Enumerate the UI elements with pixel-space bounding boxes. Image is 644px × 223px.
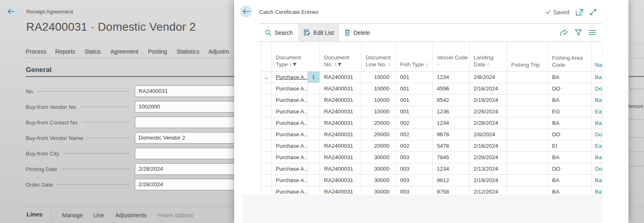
row-options-cell[interactable]: ⋮ bbox=[308, 72, 320, 83]
row-select-indicator[interactable] bbox=[261, 95, 272, 106]
cell-fish_type[interactable]: 002 bbox=[396, 117, 433, 129]
share-icon[interactable] bbox=[560, 29, 568, 36]
header-landing-date[interactable]: Landing Date ↑ bbox=[470, 42, 507, 72]
filter-icon[interactable] bbox=[575, 29, 582, 36]
header-fishing-area-code[interactable]: Fishing Area Code bbox=[548, 42, 592, 72]
cell-fishing_trip[interactable] bbox=[507, 152, 548, 163]
cell-document_no[interactable]: RA2400031 bbox=[320, 83, 362, 95]
cell-fish_type[interactable]: 003 bbox=[396, 175, 433, 186]
cell-document_line_no[interactable]: 10000 bbox=[362, 72, 396, 83]
cell-fish_type[interactable]: 001 bbox=[396, 95, 433, 106]
row-select-indicator[interactable] bbox=[261, 175, 272, 186]
open-in-new-window-icon[interactable] bbox=[576, 9, 583, 16]
cell-document_no[interactable]: RA2400031 bbox=[320, 95, 362, 106]
cell-document_no[interactable]: RA2400031 bbox=[320, 117, 362, 129]
cell-fishing_trip[interactable] bbox=[507, 163, 548, 175]
table-row[interactable]: Purchase A...RA24000313000000396122/19/2… bbox=[261, 175, 602, 186]
cell-vessel_code[interactable]: 1234 bbox=[433, 117, 470, 129]
cell-name[interactable]: Do bbox=[592, 163, 602, 175]
lines-action-line[interactable]: Line bbox=[93, 212, 104, 218]
cell-name[interactable]: Ba bbox=[592, 175, 602, 186]
cell-document_line_no[interactable]: 30000 bbox=[362, 152, 396, 163]
cell-document_line_no[interactable]: 10000 bbox=[362, 106, 396, 117]
cell-document_type[interactable]: Purchase A... bbox=[272, 95, 308, 106]
row-select-indicator[interactable] bbox=[261, 117, 272, 129]
row-select-indicator[interactable] bbox=[261, 129, 272, 140]
cell-document_no[interactable]: RA2400031 bbox=[320, 129, 362, 140]
table-row[interactable]: Purchase A...RA24000313000000312342/13/2… bbox=[261, 163, 602, 175]
cell-fish_type[interactable]: 001 bbox=[396, 106, 433, 117]
header-name[interactable]: Na bbox=[592, 42, 602, 72]
cell-vessel_code[interactable]: 4596 bbox=[433, 83, 470, 95]
cell-fish_type[interactable]: 003 bbox=[396, 152, 433, 163]
cell-fishing_area_code[interactable]: BA bbox=[548, 72, 592, 83]
cell-document_no[interactable]: RA2400031 bbox=[320, 163, 362, 175]
dialog-back-button[interactable] bbox=[240, 5, 252, 18]
cell-vessel_code[interactable]: 1234 bbox=[433, 72, 470, 83]
table-row[interactable]: Purchase A...RA24000313000000378452/28/2… bbox=[261, 152, 602, 163]
cell-document_line_no[interactable]: 10000 bbox=[362, 83, 396, 95]
table-row[interactable]: →Purchase A...⋮RA24000311000000112342/8/… bbox=[261, 72, 602, 83]
cell-document_type[interactable]: Purchase A... bbox=[272, 152, 308, 163]
cell-fishing_area_code[interactable]: BA bbox=[548, 152, 592, 163]
back-button[interactable] bbox=[5, 5, 17, 18]
cell-document_type[interactable]: Purchase A... bbox=[272, 163, 308, 175]
cell-landing_date[interactable]: 2/16/2024 bbox=[470, 140, 507, 152]
row-ellipsis-icon[interactable]: ⋮ bbox=[311, 74, 316, 80]
cell-document_no[interactable]: RA2400031 bbox=[320, 175, 362, 186]
cell-fish_type[interactable]: 002 bbox=[396, 129, 433, 140]
cell-document_line_no[interactable]: 10000 bbox=[362, 95, 396, 106]
menu-item-reports[interactable]: Reports bbox=[55, 48, 75, 55]
cell-fishing_trip[interactable] bbox=[507, 129, 548, 140]
cell-fishing_trip[interactable] bbox=[507, 95, 548, 106]
row-select-indicator[interactable] bbox=[261, 163, 272, 175]
cell-landing_date[interactable]: 2/19/2024 bbox=[470, 175, 507, 186]
lines-action-manage[interactable]: Manage bbox=[62, 212, 83, 218]
cell-landing_date[interactable]: 2/28/2024 bbox=[470, 152, 507, 163]
cell-name[interactable]: Ea bbox=[592, 140, 602, 152]
cell-vessel_code[interactable]: 8542 bbox=[433, 95, 470, 106]
cell-landing_date[interactable]: 2/16/2024 bbox=[470, 83, 507, 95]
cell-fishing_area_code[interactable]: BA bbox=[548, 117, 592, 129]
row-select-indicator[interactable] bbox=[261, 106, 272, 117]
cell-landing_date[interactable]: 2/26/2024 bbox=[470, 106, 507, 117]
table-row[interactable]: Purchase A...RA24000311000000185422/19/2… bbox=[261, 95, 602, 106]
menu-item-posting[interactable]: Posting bbox=[148, 48, 167, 55]
cell-name[interactable]: Do bbox=[592, 129, 602, 140]
cell-document_line_no[interactable]: 30000 bbox=[362, 163, 396, 175]
section-title-general[interactable]: General bbox=[26, 66, 51, 74]
table-row[interactable]: Purchase A...RA24000312000000212342/28/2… bbox=[261, 117, 602, 129]
cell-fishing_trip[interactable] bbox=[507, 83, 548, 95]
cell-document_no[interactable]: RA2400031 bbox=[320, 106, 362, 117]
row-select-indicator[interactable] bbox=[261, 83, 272, 95]
cell-vessel_code[interactable]: 1236 bbox=[433, 106, 470, 117]
cell-document_type[interactable]: Purchase A... bbox=[272, 129, 308, 140]
cell-document_type[interactable]: Purchase A... bbox=[272, 117, 308, 129]
header-document-type[interactable]: Document Type ↑ bbox=[272, 42, 320, 72]
cell-document_type[interactable]: Purchase A... bbox=[272, 140, 308, 152]
table-row[interactable]: Purchase A...RA24000312000000296782/8/20… bbox=[261, 129, 602, 140]
cell-landing_date[interactable]: 2/8/2024 bbox=[470, 72, 507, 83]
search-button[interactable]: Search bbox=[259, 24, 298, 41]
menu-item-process[interactable]: Process bbox=[26, 48, 47, 55]
cell-fishing_trip[interactable] bbox=[507, 140, 548, 152]
delete-button[interactable]: Delete bbox=[339, 24, 375, 41]
cell-document_no[interactable]: RA2400031 bbox=[320, 140, 362, 152]
header-document-no[interactable]: Document No. ↑ bbox=[320, 42, 362, 72]
cell-fish_type[interactable]: 002 bbox=[396, 140, 433, 152]
fewer-options-button[interactable]: Fewer options bbox=[157, 212, 193, 218]
cell-name[interactable]: Ba bbox=[592, 117, 602, 129]
cell-name[interactable]: Ba bbox=[592, 95, 602, 106]
cell-fishing_trip[interactable] bbox=[507, 72, 548, 83]
menu-item-agreement[interactable]: Agreement bbox=[110, 48, 138, 55]
cell-vessel_code[interactable]: 9612 bbox=[433, 175, 470, 186]
cell-fishing_trip[interactable] bbox=[507, 175, 548, 186]
lines-action-adjustments[interactable]: Adjustments bbox=[115, 212, 147, 218]
expand-icon[interactable] bbox=[590, 9, 597, 16]
table-row[interactable]: Purchase A...RA24000311000000112362/26/2… bbox=[261, 106, 602, 117]
cell-document_line_no[interactable]: 20000 bbox=[362, 129, 396, 140]
row-select-indicator[interactable]: → bbox=[261, 72, 272, 83]
header-fishing-trip[interactable]: Fishing Trip bbox=[507, 42, 548, 72]
cell-fishing_area_code[interactable]: BA bbox=[548, 95, 592, 106]
cell-name[interactable]: Ea bbox=[592, 106, 602, 117]
